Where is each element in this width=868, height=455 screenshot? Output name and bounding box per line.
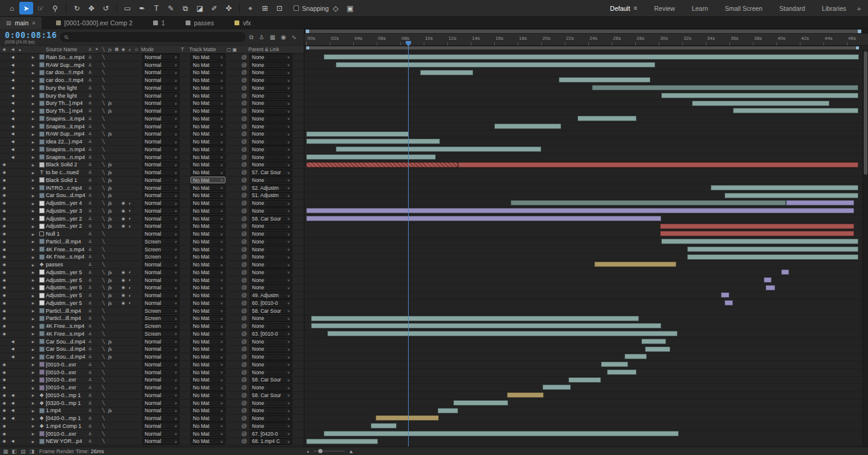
- pickwhip-icon[interactable]: @: [240, 384, 248, 391]
- timeline-lane[interactable]: [304, 430, 868, 438]
- visibility-toggle[interactable]: ◉: [0, 415, 8, 422]
- zoom-out-icon[interactable]: ▲: [306, 450, 310, 453]
- pickwhip-icon[interactable]: @: [240, 338, 248, 345]
- workspace-standard[interactable]: Standard: [771, 5, 814, 12]
- solo-toggle[interactable]: [17, 415, 23, 422]
- parent-dropdown[interactable]: 67. [0420-0∨: [250, 430, 292, 437]
- workspace-default[interactable]: Default≡: [602, 5, 646, 12]
- timeline-lane[interactable]: [304, 422, 868, 430]
- trkmat-dropdown[interactable]: No Mat∨: [190, 215, 225, 222]
- parent-dropdown[interactable]: None∨: [250, 415, 292, 422]
- lock-toggle[interactable]: [23, 154, 29, 161]
- expand-arrow[interactable]: ▶: [29, 223, 37, 230]
- layer-row[interactable]: ◉▶❖1.mp4 Comp 1♙╲Normal∨No Mat∨@None∨: [0, 422, 304, 430]
- audio-toggle[interactable]: ◀: [8, 338, 17, 345]
- shy-switch[interactable]: ♙: [87, 247, 93, 252]
- audio-toggle[interactable]: [8, 230, 17, 237]
- timeline-lane[interactable]: [304, 269, 868, 277]
- parent-dropdown[interactable]: None∨: [250, 277, 292, 283]
- solo-toggle[interactable]: [17, 300, 23, 307]
- trkmat-dropdown[interactable]: No Mat∨: [190, 192, 225, 199]
- solo-toggle[interactable]: [17, 353, 23, 360]
- parent-dropdown[interactable]: None∨: [250, 369, 292, 375]
- fx-switch[interactable]: fx: [107, 192, 113, 198]
- solo-toggle[interactable]: [17, 438, 23, 445]
- mode-dropdown[interactable]: Normal∨: [142, 131, 180, 137]
- quality-switch[interactable]: ╲: [100, 155, 107, 160]
- shy-switch[interactable]: ♙: [87, 231, 93, 236]
- clip-bar[interactable]: [594, 262, 677, 267]
- visibility-toggle[interactable]: ◉: [0, 392, 8, 399]
- visibility-toggle[interactable]: ◉: [0, 307, 8, 315]
- mode-dropdown[interactable]: Screen∨: [142, 238, 180, 245]
- expand-arrow[interactable]: ▶: [29, 162, 37, 169]
- expand-arrow[interactable]: ▶: [29, 307, 37, 315]
- trkmat-dropdown[interactable]: No Mat∨: [190, 139, 225, 145]
- quality-switch[interactable]: ╲: [100, 216, 107, 221]
- layer-row[interactable]: ◀▶Snapins...n.mp4♙╲Normal∨No Mat∨@None∨: [0, 154, 304, 162]
- lock-toggle[interactable]: [23, 92, 29, 99]
- layer-row[interactable]: ◀▶bury the light♙╲Normal∨No Mat∨@None∨: [0, 92, 304, 100]
- solo-toggle[interactable]: [17, 69, 23, 77]
- lock-toggle[interactable]: [23, 61, 29, 69]
- pickwhip-icon[interactable]: @: [240, 353, 248, 360]
- mode-dropdown[interactable]: Normal∨: [142, 92, 180, 99]
- lock-toggle[interactable]: [23, 123, 29, 130]
- clip-bar[interactable]: [660, 231, 854, 236]
- audio-toggle[interactable]: ◀: [8, 123, 17, 130]
- expand-arrow[interactable]: ▶: [29, 369, 37, 376]
- solo-toggle[interactable]: [17, 107, 23, 115]
- timeline-lane[interactable]: [304, 131, 868, 139]
- visibility-toggle[interactable]: ◉: [0, 277, 8, 284]
- workspace-review[interactable]: Review: [646, 5, 683, 12]
- shy-switch[interactable]: ♙: [87, 162, 93, 167]
- shy-switch[interactable]: ♙: [87, 431, 93, 436]
- timeline-lane[interactable]: [304, 400, 868, 407]
- trkmat-dropdown[interactable]: No Mat∨: [190, 354, 225, 360]
- shy-switch[interactable]: ♙: [87, 401, 93, 406]
- visibility-toggle[interactable]: ◉: [0, 369, 8, 376]
- shy-switch[interactable]: ♙: [87, 224, 93, 228]
- shy-switch[interactable]: ♙: [87, 55, 93, 60]
- parent-dropdown[interactable]: None∨: [250, 323, 292, 330]
- visibility-toggle[interactable]: [0, 84, 8, 92]
- pickwhip-icon[interactable]: @: [240, 346, 248, 353]
- timeline-lane[interactable]: [304, 292, 868, 300]
- visibility-toggle[interactable]: ◉: [0, 199, 8, 207]
- tab-vfx[interactable]: vfx: [228, 17, 257, 29]
- trkmat-dropdown[interactable]: No Mat∨: [190, 315, 225, 322]
- solo-toggle[interactable]: [17, 146, 23, 153]
- quality-switch[interactable]: ╲: [100, 239, 107, 244]
- audio-toggle[interactable]: [8, 184, 17, 192]
- pickwhip-icon[interactable]: @: [240, 162, 248, 169]
- trkmat-dropdown[interactable]: No Mat∨: [190, 238, 225, 245]
- audio-toggle[interactable]: [8, 284, 17, 292]
- parent-dropdown[interactable]: 60. [0010-0∨: [250, 300, 292, 306]
- timeline-lane[interactable]: [304, 123, 868, 131]
- shy-switch[interactable]: ♙: [87, 124, 93, 129]
- solo-toggle[interactable]: [17, 84, 23, 92]
- trkmat-dropdown[interactable]: No Mat∨: [190, 231, 225, 237]
- clip-bar[interactable]: [711, 185, 859, 190]
- pickwhip-icon[interactable]: @: [240, 422, 248, 430]
- parent-dropdown[interactable]: None∨: [250, 115, 292, 122]
- audio-toggle[interactable]: [8, 384, 17, 391]
- shy-switch[interactable]: ♙: [87, 86, 93, 90]
- pickwhip-icon[interactable]: @: [240, 238, 248, 245]
- navigator-handle-right[interactable]: [858, 30, 861, 33]
- quality-switch[interactable]: ╲: [100, 139, 107, 144]
- trkmat-dropdown[interactable]: No Mat∨: [190, 430, 225, 437]
- pickwhip-icon[interactable]: @: [240, 438, 248, 445]
- pickwhip-icon[interactable]: @: [240, 430, 248, 438]
- mode-dropdown[interactable]: Normal∨: [142, 369, 180, 375]
- trkmat-dropdown[interactable]: No Mat∨: [190, 184, 225, 191]
- fx-switch[interactable]: fx: [107, 108, 113, 114]
- trkmat-dropdown[interactable]: No Mat∨: [190, 400, 225, 406]
- layer-row[interactable]: ◉▶[0010-0...exr♙╲Normal∨No Mat∨@58. Car …: [0, 377, 304, 384]
- motion-blur-switch[interactable]: ◉: [120, 285, 127, 290]
- motion-blur-switch[interactable]: ◉: [120, 293, 127, 298]
- lock-toggle[interactable]: [23, 346, 29, 353]
- pen-tool[interactable]: ✒: [135, 2, 149, 14]
- mode-dropdown[interactable]: Normal∨: [142, 346, 180, 353]
- trkmat-dropdown[interactable]: No Mat∨: [190, 200, 225, 207]
